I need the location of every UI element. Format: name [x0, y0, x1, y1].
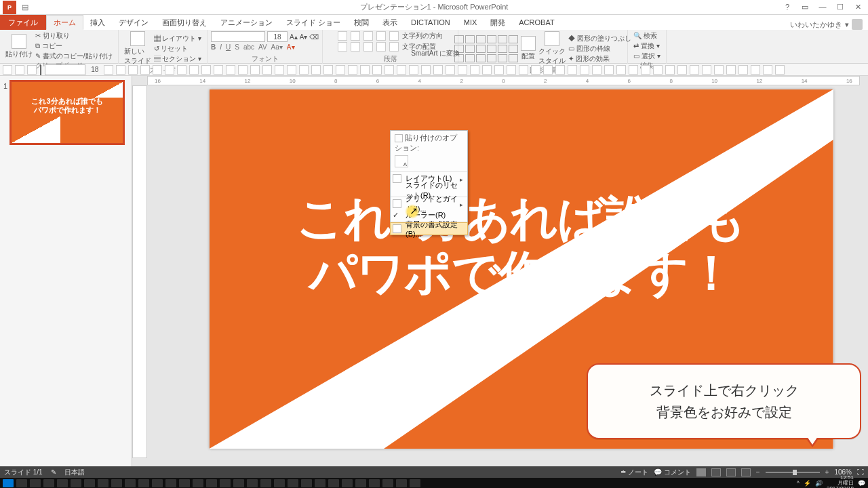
- qa-tool-icon[interactable]: [116, 65, 125, 75]
- qa-undo-icon[interactable]: [15, 65, 24, 75]
- numbering-icon[interactable]: [351, 31, 360, 41]
- taskbar-app-icon[interactable]: [98, 479, 108, 487]
- font-color-icon[interactable]: A▾: [287, 43, 295, 51]
- qa-tool-icon[interactable]: [470, 65, 479, 75]
- menu-grid-guides[interactable]: グリッドとガイド(I)...: [391, 198, 467, 209]
- taskbar-app-icon[interactable]: [260, 479, 271, 487]
- taskbar-app-icon[interactable]: [382, 479, 393, 487]
- justify-icon[interactable]: [376, 42, 386, 52]
- taskbar-app-icon[interactable]: [274, 479, 285, 487]
- increase-font-icon[interactable]: A▴: [290, 33, 298, 41]
- qa-tool-icon[interactable]: [641, 65, 650, 75]
- qa-tool-icon[interactable]: [287, 65, 296, 75]
- qa-tool-icon[interactable]: [763, 65, 772, 75]
- qa-tool-icon[interactable]: [201, 65, 211, 75]
- tray-network-icon[interactable]: ⚡: [804, 480, 811, 487]
- qa-tool-icon[interactable]: [690, 65, 699, 75]
- tab-slideshow[interactable]: スライド ショー: [279, 15, 347, 30]
- qa-tool-icon[interactable]: [348, 65, 357, 75]
- qa-tool-icon[interactable]: [311, 65, 321, 75]
- tab-home[interactable]: ホーム: [46, 15, 83, 30]
- format-painter-button[interactable]: ✎ 書式のコピー/貼り付け: [35, 52, 113, 61]
- section-button[interactable]: ▤ セクション ▾: [154, 54, 202, 64]
- taskbar-app-icon[interactable]: [288, 479, 298, 487]
- ribbon-options-icon[interactable]: ▭: [799, 3, 811, 12]
- qa-tool-icon[interactable]: [458, 65, 467, 75]
- qa-tool-icon[interactable]: [299, 65, 309, 75]
- taskbar-app-icon[interactable]: [193, 479, 203, 487]
- decrease-indent-icon[interactable]: [363, 31, 373, 41]
- minimize-icon[interactable]: —: [816, 3, 829, 12]
- zoom-out-icon[interactable]: −: [756, 468, 760, 476]
- qa-font-family[interactable]: [45, 64, 85, 75]
- maximize-icon[interactable]: ☐: [834, 3, 846, 12]
- taskbar-app-icon[interactable]: [152, 479, 163, 487]
- taskbar-app-icon[interactable]: [71, 479, 81, 487]
- tab-dictation[interactable]: DICTATION: [404, 15, 457, 30]
- qa-tool-icon[interactable]: [580, 65, 589, 75]
- align-left-icon[interactable]: [338, 42, 347, 52]
- qa-tool-icon[interactable]: [592, 65, 601, 75]
- font-size-select[interactable]: 18: [267, 31, 288, 42]
- shape-fill-button[interactable]: ◆ 図形の塗りつぶし: [568, 34, 631, 43]
- qa-tool-icon[interactable]: [384, 65, 394, 75]
- qa-tool-icon[interactable]: [360, 65, 370, 75]
- taskbar-app-icon[interactable]: [301, 479, 312, 487]
- qa-tool-icon[interactable]: [665, 65, 675, 75]
- qa-tool-icon[interactable]: [165, 65, 174, 75]
- bold-icon[interactable]: B: [211, 43, 216, 51]
- qa-tool-icon[interactable]: [702, 65, 711, 75]
- underline-icon[interactable]: U: [226, 43, 231, 51]
- taskbar-app-icon[interactable]: [111, 479, 122, 487]
- taskbar-app-icon[interactable]: [369, 479, 380, 487]
- slide-editor[interactable]: 1614121086420246810121416 これ3分あれば誰でもパワポで…: [132, 76, 868, 466]
- italic-icon[interactable]: I: [220, 43, 222, 51]
- qa-tool-icon[interactable]: [238, 65, 248, 75]
- qat-save-icon[interactable]: ▤: [22, 3, 28, 12]
- tab-animations[interactable]: アニメーション: [214, 15, 279, 30]
- taskbar-app-icon[interactable]: [247, 479, 258, 487]
- qa-tool-icon[interactable]: [653, 65, 663, 75]
- qa-tool-icon[interactable]: [214, 65, 223, 75]
- comments-button[interactable]: 💬 コメント: [654, 468, 691, 477]
- tray-volume-icon[interactable]: 🔊: [815, 480, 823, 487]
- shape-outline-button[interactable]: ▭ 図形の枠線: [568, 44, 631, 54]
- clear-format-icon[interactable]: ⌫: [309, 33, 319, 41]
- decrease-font-icon[interactable]: A▾: [300, 33, 308, 41]
- reading-view-icon[interactable]: [726, 468, 736, 476]
- new-slide-button[interactable]: 新しい スライド: [124, 31, 151, 66]
- qa-tool-icon[interactable]: [775, 65, 785, 75]
- taskbar-app-icon[interactable]: [43, 479, 54, 487]
- tab-file[interactable]: ファイル: [0, 15, 46, 30]
- qa-tool-icon[interactable]: [433, 65, 443, 75]
- find-button[interactable]: 🔍 検索: [633, 31, 660, 41]
- qa-tool-icon[interactable]: [177, 65, 186, 75]
- taskbar-app-icon[interactable]: [342, 479, 353, 487]
- tab-view[interactable]: 表示: [376, 15, 404, 30]
- qa-tool-icon[interactable]: [616, 65, 626, 75]
- shape-effects-button[interactable]: ✦ 図形の効果: [568, 54, 631, 64]
- copy-button[interactable]: ⧉ コピー: [35, 41, 113, 51]
- slide-thumbnail[interactable]: 1 これ3分あれば誰でもパワポで作れます！: [9, 80, 125, 145]
- line-spacing-icon[interactable]: [389, 31, 399, 41]
- qa-tool-icon[interactable]: [153, 65, 162, 75]
- qa-tool-icon[interactable]: [397, 65, 406, 75]
- taskbar-app-icon[interactable]: [84, 479, 95, 487]
- tab-developer[interactable]: 開発: [484, 15, 512, 30]
- action-center-icon[interactable]: 💬: [858, 480, 865, 487]
- paste-keep-text-icon[interactable]: [395, 155, 408, 167]
- taskbar-app-icon[interactable]: [220, 479, 231, 487]
- menu-format-background[interactable]: 背景の書式設定(B)...: [391, 223, 467, 235]
- increase-indent-icon[interactable]: [376, 31, 386, 41]
- shapes-gallery[interactable]: [454, 35, 518, 62]
- normal-view-icon[interactable]: [696, 468, 706, 476]
- qa-tool-icon[interactable]: [714, 65, 724, 75]
- taskbar-app-icon[interactable]: [16, 479, 27, 487]
- qa-tool-icon[interactable]: [629, 65, 638, 75]
- qa-tool-icon[interactable]: [555, 65, 565, 75]
- notes-button[interactable]: ≐ ノート: [620, 468, 648, 477]
- taskbar-clock[interactable]: 12:51月曜日2017/09/18: [827, 475, 854, 489]
- qa-tool-icon[interactable]: [275, 65, 284, 75]
- zoom-slider[interactable]: [766, 472, 820, 473]
- align-center-icon[interactable]: [351, 42, 360, 52]
